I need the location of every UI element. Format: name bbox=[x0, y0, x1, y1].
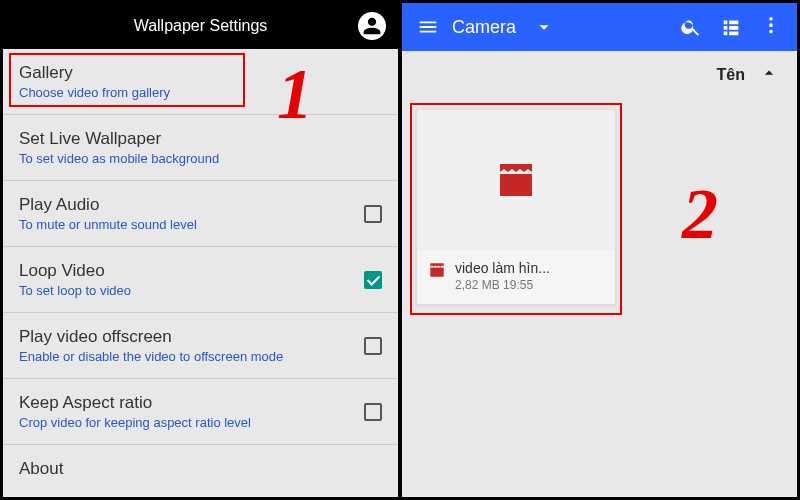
setting-title: Gallery bbox=[19, 63, 382, 83]
menu-icon[interactable] bbox=[408, 7, 448, 47]
setting-sub: Enable or disable the video to offscreen… bbox=[19, 349, 352, 364]
setting-loop-video[interactable]: Loop Video To set loop to video bbox=[3, 247, 398, 313]
setting-sub: To set loop to video bbox=[19, 283, 352, 298]
gallery-pane: Camera Tên bbox=[402, 3, 797, 497]
view-list-icon[interactable] bbox=[711, 7, 751, 47]
setting-title: Set Live Wallpaper bbox=[19, 129, 382, 149]
checkbox-play-audio[interactable] bbox=[364, 205, 382, 223]
file-thumb bbox=[417, 110, 615, 250]
file-grid: video làm hìn... 2,82 MB 19:55 bbox=[402, 99, 797, 315]
setting-about[interactable]: About bbox=[3, 445, 398, 481]
checkbox-loop-video[interactable] bbox=[364, 271, 382, 289]
video-icon bbox=[427, 260, 447, 284]
file-sub: 2,82 MB 19:55 bbox=[455, 278, 550, 292]
sort-bar[interactable]: Tên bbox=[402, 51, 797, 99]
checkbox-offscreen[interactable] bbox=[364, 337, 382, 355]
sort-arrow-up-icon[interactable] bbox=[759, 63, 779, 87]
setting-title: Play Audio bbox=[19, 195, 352, 215]
setting-sub: Choose video from gallery bbox=[19, 85, 382, 100]
more-vert-icon[interactable] bbox=[751, 7, 791, 47]
setting-title: Loop Video bbox=[19, 261, 352, 281]
setting-offscreen[interactable]: Play video offscreen Enable or disable t… bbox=[3, 313, 398, 379]
sort-label: Tên bbox=[717, 66, 745, 84]
wallpaper-settings-pane: Wallpaper Settings Gallery Choose video … bbox=[3, 3, 398, 497]
setting-set-live[interactable]: Set Live Wallpaper To set video as mobil… bbox=[3, 115, 398, 181]
checkbox-aspect-ratio[interactable] bbox=[364, 403, 382, 421]
setting-title: About bbox=[19, 459, 382, 479]
left-header-title: Wallpaper Settings bbox=[134, 17, 268, 35]
setting-aspect-ratio[interactable]: Keep Aspect ratio Crop video for keeping… bbox=[3, 379, 398, 445]
file-name: video làm hìn... bbox=[455, 260, 550, 276]
setting-play-audio[interactable]: Play Audio To mute or unmute sound level bbox=[3, 181, 398, 247]
search-icon[interactable] bbox=[671, 7, 711, 47]
right-header: Camera bbox=[402, 3, 797, 51]
setting-sub: Crop video for keeping aspect ratio leve… bbox=[19, 415, 352, 430]
setting-sub: To set video as mobile background bbox=[19, 151, 382, 166]
chevron-down-icon[interactable] bbox=[524, 7, 564, 47]
setting-gallery[interactable]: Gallery Choose video from gallery bbox=[3, 49, 398, 115]
setting-title: Play video offscreen bbox=[19, 327, 352, 347]
profile-icon[interactable] bbox=[358, 12, 386, 40]
right-header-title[interactable]: Camera bbox=[452, 17, 516, 38]
left-header: Wallpaper Settings bbox=[3, 3, 398, 49]
file-card[interactable]: video làm hìn... 2,82 MB 19:55 bbox=[416, 109, 616, 305]
setting-title: Keep Aspect ratio bbox=[19, 393, 352, 413]
setting-sub: To mute or unmute sound level bbox=[19, 217, 352, 232]
